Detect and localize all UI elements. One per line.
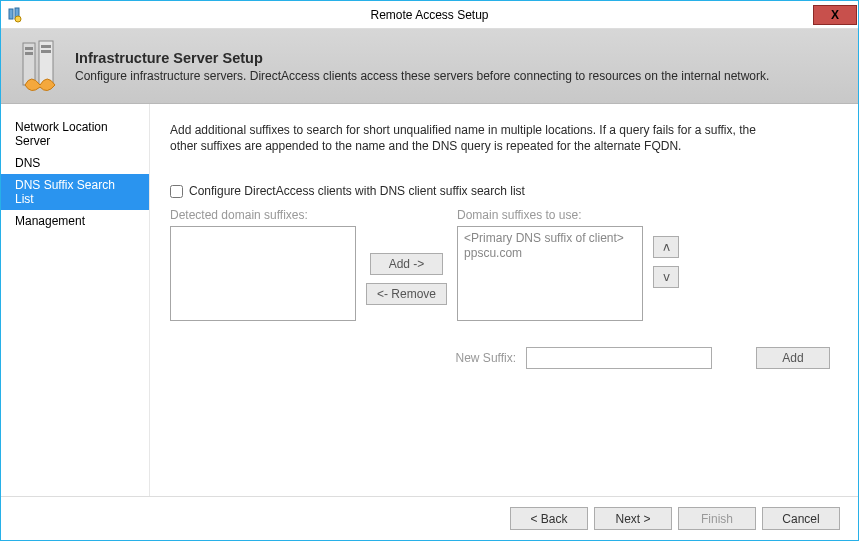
svg-rect-8: [41, 50, 51, 53]
svg-rect-5: [25, 47, 33, 50]
svg-rect-6: [25, 52, 33, 55]
page-title: Infrastructure Server Setup: [75, 50, 769, 66]
svg-point-2: [15, 16, 21, 22]
sidebar-item-dns[interactable]: DNS: [1, 152, 149, 174]
svg-rect-0: [9, 9, 13, 19]
sidebar-item-nls[interactable]: Network Location Server: [1, 116, 149, 152]
next-button[interactable]: Next >: [594, 507, 672, 530]
close-button[interactable]: X: [813, 5, 857, 25]
titlebar: Remote Access Setup X: [1, 1, 858, 29]
wizard-window: Remote Access Setup X Infrastructure Ser…: [0, 0, 859, 541]
detected-label: Detected domain suffixes:: [170, 208, 356, 222]
sidebar: Network Location Server DNS DNS Suffix S…: [1, 104, 150, 496]
finish-button[interactable]: Finish: [678, 507, 756, 530]
add-suffix-button[interactable]: Add ->: [370, 253, 443, 275]
remove-suffix-button[interactable]: <- Remove: [366, 283, 447, 305]
sidebar-item-management[interactable]: Management: [1, 210, 149, 232]
move-up-button[interactable]: ᴧ: [653, 236, 679, 258]
new-suffix-add-button[interactable]: Add: [756, 347, 830, 369]
intro-text: Add additional suffixes to search for sh…: [170, 122, 760, 154]
list-item[interactable]: ppscu.com: [464, 246, 636, 261]
move-down-button[interactable]: ᴠ: [653, 266, 679, 288]
wizard-footer: < Back Next > Finish Cancel: [1, 496, 858, 540]
server-tower-icon: [17, 39, 63, 93]
detected-suffixes-list[interactable]: [170, 226, 356, 321]
window-title: Remote Access Setup: [1, 8, 858, 22]
sidebar-item-dns-suffix[interactable]: DNS Suffix Search List: [1, 174, 149, 210]
app-icon: [7, 7, 23, 23]
touse-label: Domain suffixes to use:: [457, 208, 643, 222]
wizard-header: Infrastructure Server Setup Configure in…: [1, 29, 858, 104]
new-suffix-label: New Suffix:: [450, 351, 516, 365]
back-button[interactable]: < Back: [510, 507, 588, 530]
content-area: Add additional suffixes to search for sh…: [150, 104, 858, 496]
new-suffix-input[interactable]: [526, 347, 712, 369]
configure-suffix-label: Configure DirectAccess clients with DNS …: [189, 184, 525, 198]
page-subtitle: Configure infrastructure servers. Direct…: [75, 69, 769, 83]
svg-rect-7: [41, 45, 51, 48]
touse-suffixes-list[interactable]: <Primary DNS suffix of client> ppscu.com: [457, 226, 643, 321]
list-item[interactable]: <Primary DNS suffix of client>: [464, 231, 636, 246]
cancel-button[interactable]: Cancel: [762, 507, 840, 530]
configure-suffix-checkbox[interactable]: [170, 185, 183, 198]
